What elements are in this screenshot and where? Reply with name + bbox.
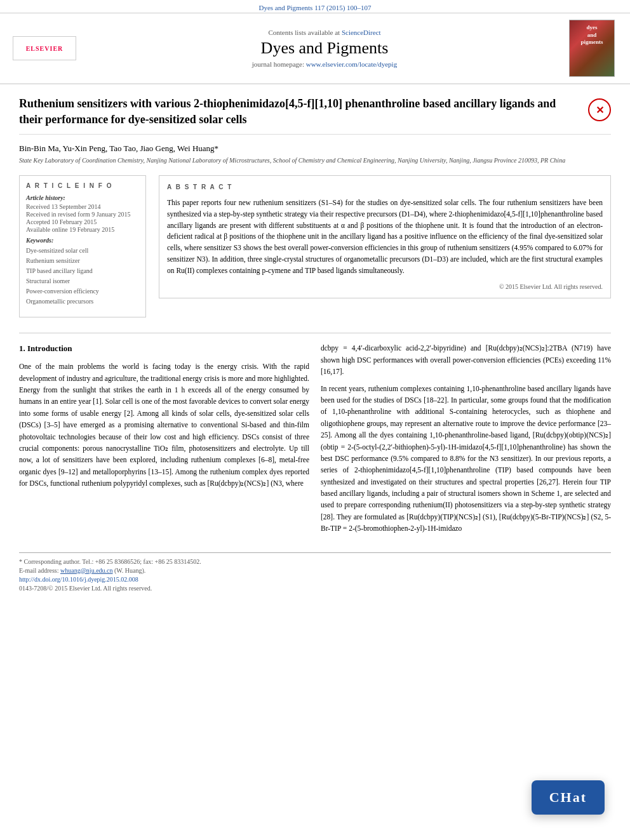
article-title-text: Ruthenium sensitizers with various 2-thi… [19, 96, 580, 128]
elsevier-logo: ELSEVIER [13, 36, 76, 60]
journal-header: ELSEVIER Contents lists available at Sci… [0, 13, 630, 84]
intro-para-col2-1: dcbpy = 4,4′-dicarboxylic acid-2,2′-bipy… [321, 342, 611, 377]
article-container: Ruthenium sensitizers with various 2-thi… [0, 84, 630, 604]
homepage-label: journal homepage: [252, 60, 304, 68]
article-title-section: Ruthenium sensitizers with various 2-thi… [19, 84, 611, 135]
abstract-box: A B S T R A C T This paper reports four … [159, 175, 611, 298]
article-info-column: A R T I C L E I N F O Article history: R… [19, 175, 146, 324]
section-divider [19, 333, 611, 333]
keyword-item: Organometallic precursors [26, 297, 139, 307]
keyword-item: Dye-sensitized solar cell [26, 246, 139, 256]
footer-doi[interactable]: http://dx.doi.org/10.1016/j.dyepig.2015.… [19, 576, 611, 583]
intro-para-1: One of the main problems the world is fa… [19, 361, 309, 489]
keywords-list: Dye-sensitized solar cellRuthenium sensi… [26, 246, 139, 307]
homepage-link[interactable]: journal homepage: www.elsevier.com/locat… [252, 60, 397, 68]
keyword-item: TIP based ancillary ligand [26, 266, 139, 276]
cover-text: dyes and pigments [580, 24, 603, 46]
journal-title-area: Contents lists available at ScienceDirec… [89, 20, 560, 77]
keyword-item: Structural isomer [26, 276, 139, 286]
authors-line: Bin-Bin Ma, Yu-Xin Peng, Tao Tao, Jiao G… [19, 140, 611, 156]
date-online: Available online 19 February 2015 [26, 226, 139, 233]
crossmark-badge[interactable]: ✕ [588, 98, 611, 121]
footer-email-line: E-mail address: whuang@nju.edu.cn (W. Hu… [19, 567, 611, 574]
journal-citation-bar: Dyes and Pigments 117 (2015) 100–107 [0, 0, 630, 13]
keywords-label: Keywords: [26, 237, 139, 244]
crossmark-icon: ✕ [596, 104, 604, 116]
date-revised: Received in revised form 9 January 2015 [26, 211, 139, 218]
copyright-line: © 2015 Elsevier Ltd. All rights reserved… [167, 282, 603, 292]
abstract-column: A B S T R A C T This paper reports four … [159, 175, 611, 324]
affiliation-line: State Key Laboratory of Coordination Che… [19, 156, 611, 169]
footer-email-link[interactable]: whuang@nju.edu.cn [60, 567, 113, 574]
intro-heading: 1. Introduction [19, 342, 309, 356]
intro-para-col2-2: In recent years, ruthenium complexes con… [321, 383, 611, 535]
footer-email-label: E-mail address: [19, 567, 58, 574]
abstract-label: A B S T R A C T [167, 182, 603, 192]
article-title: Ruthenium sensitizers with various 2-thi… [19, 96, 580, 128]
article-info-abstract-section: A R T I C L E I N F O Article history: R… [19, 175, 611, 324]
sciencedirect-text: Contents lists available at [268, 29, 340, 36]
history-label: Article history: [26, 194, 139, 201]
footer-email-name: (W. Huang). [114, 567, 145, 574]
abstract-text: This paper reports four new ruthenium se… [167, 197, 603, 277]
keyword-item: Ruthenium sensitizer [26, 256, 139, 266]
keywords-section: Keywords: Dye-sensitized solar cellRuthe… [26, 237, 139, 307]
date-accepted: Accepted 10 February 2015 [26, 218, 139, 225]
article-history: Article history: Received 13 September 2… [26, 194, 139, 233]
footer-doi-link[interactable]: http://dx.doi.org/10.1016/j.dyepig.2015.… [19, 576, 138, 583]
date-received: Received 13 September 2014 [26, 203, 139, 210]
journal-name: Dyes and Pigments [261, 39, 389, 58]
footer-issn: 0143-7208/© 2015 Elsevier Ltd. All right… [19, 585, 611, 592]
journal-citation-text: Dyes and Pigments 117 (2015) 100–107 [258, 4, 371, 11]
body-col-left: 1. Introduction One of the main problems… [19, 342, 309, 539]
elsevier-logo-area: ELSEVIER [13, 20, 83, 77]
article-info-label: A R T I C L E I N F O [26, 182, 139, 189]
article-footer: * Corresponding author. Tel.: +86 25 836… [19, 552, 611, 592]
homepage-url[interactable]: www.elsevier.com/locate/dyepig [306, 60, 397, 68]
chat-button[interactable]: CHat [532, 780, 605, 815]
keyword-item: Power-conversion efficiency [26, 286, 139, 297]
article-info-box: A R T I C L E I N F O Article history: R… [19, 175, 146, 317]
journal-cover-area: dyes and pigments [566, 20, 617, 77]
body-col-right: dcbpy = 4,4′-dicarboxylic acid-2,2′-bipy… [321, 342, 611, 539]
sciencedirect-link[interactable]: Contents lists available at ScienceDirec… [268, 29, 380, 36]
journal-cover-image: dyes and pigments [569, 20, 615, 77]
footer-corresponding: * Corresponding author. Tel.: +86 25 836… [19, 558, 611, 565]
body-text-section: 1. Introduction One of the main problems… [19, 342, 611, 539]
sciencedirect-anchor[interactable]: ScienceDirect [342, 29, 381, 36]
